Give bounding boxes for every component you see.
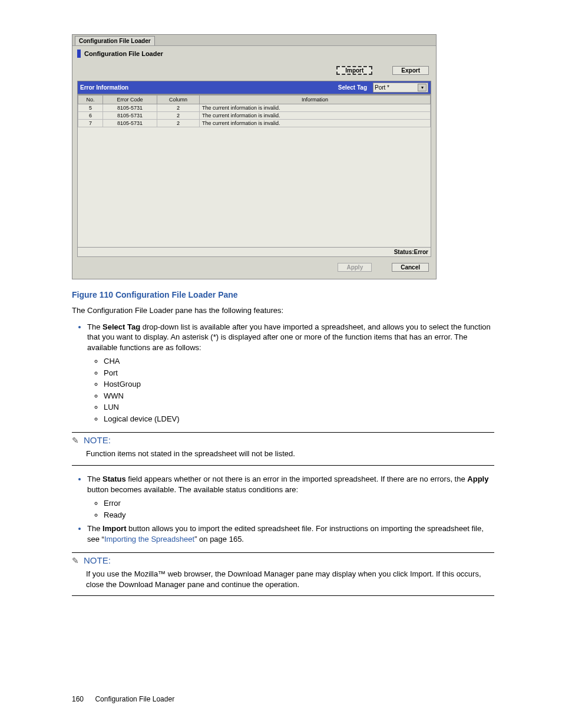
list-item: CHA <box>104 356 494 367</box>
bold-text: Import <box>103 524 126 533</box>
footer-title: Configuration File Loader <box>95 695 174 703</box>
chevron-down-icon[interactable]: ▾ <box>418 84 427 91</box>
bold-text: Select Tag <box>103 322 140 331</box>
cell-no: 6 <box>78 112 103 120</box>
select-tag-value: Port * <box>375 84 389 91</box>
export-button[interactable]: Export <box>392 66 429 75</box>
status-bar: Status:Error <box>77 248 431 257</box>
text: The <box>87 524 103 533</box>
page-number: 160 <box>72 695 84 703</box>
note-body: If you use the Mozilla™ web browser, the… <box>86 569 494 589</box>
list-item: HostGroup <box>104 379 494 390</box>
figure-caption: Figure 110 Configuration File Loader Pan… <box>72 290 494 299</box>
note-icon: ✎ <box>72 436 81 445</box>
note-block: ✎ NOTE: Function items not stated in the… <box>72 432 494 466</box>
text: button becomes available. The available … <box>87 485 298 494</box>
select-tag-label: Select Tag <box>332 84 373 91</box>
xref-link[interactable]: Importing the Spreadsheet <box>104 535 194 543</box>
col-no: No. <box>78 95 103 104</box>
select-tag-dropdown[interactable]: Port * ▾ <box>373 83 428 93</box>
text: The <box>87 475 103 483</box>
cell-no: 7 <box>78 120 103 127</box>
table-row: 5 8105-5731 2 The current information is… <box>78 104 431 112</box>
note-heading: NOTE: <box>84 555 111 565</box>
table-row: 6 8105-5731 2 The current information is… <box>78 112 431 120</box>
apply-button: Apply <box>338 263 372 272</box>
intro-text: The Configuration File Loader pane has t… <box>72 305 494 316</box>
cell-err: 8105-5731 <box>103 104 157 112</box>
cell-col: 2 <box>157 104 200 112</box>
text: ” on page 165. <box>194 535 244 543</box>
note-heading: NOTE: <box>84 435 111 445</box>
bold-text: Apply <box>467 475 488 483</box>
tab-config-file-loader[interactable]: Configuration File Loader <box>75 36 155 45</box>
list-item: The Select Tag drop-down list is availab… <box>87 322 494 424</box>
col-information: Information <box>200 95 431 104</box>
page-footer: 160 Configuration File Loader <box>72 695 174 703</box>
config-file-loader-screenshot: Configuration File Loader Configuration … <box>72 34 437 279</box>
table-row: 7 8105-5731 2 The current information is… <box>78 120 431 127</box>
list-item: The Status field appears whether or not … <box>87 474 494 520</box>
cell-err: 8105-5731 <box>103 120 157 127</box>
list-item: Port <box>104 368 494 378</box>
note-body: Function items not stated in the spreads… <box>86 449 494 459</box>
text: field appears whether or not there is an… <box>126 475 468 483</box>
bold-text: Status <box>103 475 126 483</box>
list-item: Error <box>104 498 494 509</box>
pane-title: Configuration File Loader <box>84 50 163 57</box>
list-item: LUN <box>104 402 494 413</box>
error-table: No. Error Code Column Information 5 8105… <box>77 94 431 248</box>
cell-err: 8105-5731 <box>103 112 157 120</box>
cell-col: 2 <box>157 120 200 127</box>
status-label: Status:Error <box>394 249 428 255</box>
cell-info: The current information is invalid. <box>200 112 431 120</box>
error-info-header: Error Information <box>80 84 128 91</box>
cell-col: 2 <box>157 112 200 120</box>
note-block: ✎ NOTE: If you use the Mozilla™ web brow… <box>72 552 494 596</box>
cancel-button[interactable]: Cancel <box>392 263 429 272</box>
cell-info: The current information is invalid. <box>200 120 431 127</box>
list-item: The Import button allows you to import t… <box>87 523 494 544</box>
import-button[interactable]: Import <box>336 66 372 75</box>
list-item: WWN <box>104 391 494 401</box>
list-item: Ready <box>104 510 494 521</box>
note-icon: ✎ <box>72 556 81 565</box>
col-column: Column <box>157 95 200 104</box>
list-item: Logical device (LDEV) <box>104 414 494 424</box>
cell-no: 5 <box>78 104 103 112</box>
text: The <box>87 322 103 331</box>
pane-accent-bar <box>77 50 81 58</box>
text: drop-down list is available after you ha… <box>87 322 491 352</box>
col-error-code: Error Code <box>103 95 157 104</box>
cell-info: The current information is invalid. <box>200 104 431 112</box>
